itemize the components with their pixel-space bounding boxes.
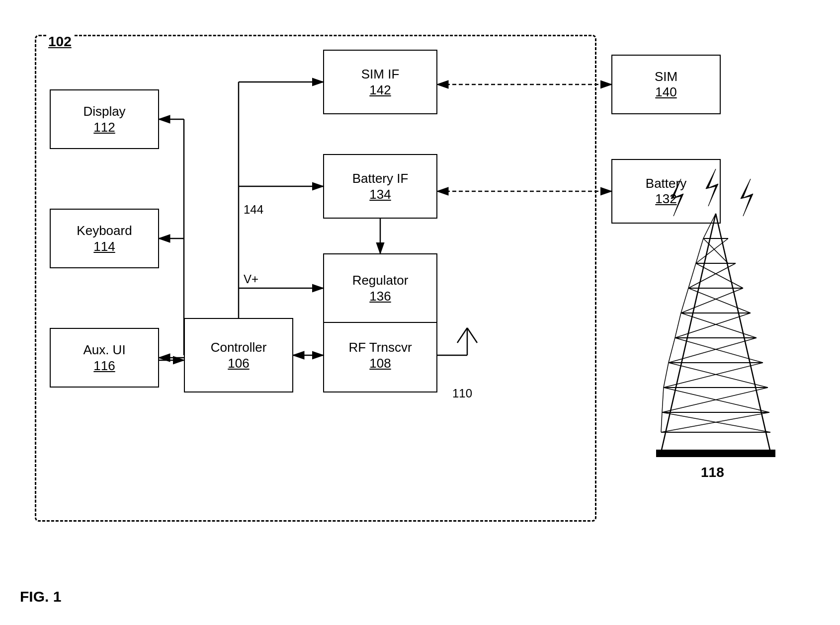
svg-line-47	[688, 288, 751, 313]
regulator-title: Regulator	[352, 272, 409, 289]
svg-line-37	[681, 288, 688, 313]
main-box-label: 102	[46, 34, 74, 50]
aux-ui-title: Aux. UI	[83, 342, 125, 359]
cell-tower: 118	[651, 159, 800, 507]
svg-line-38	[675, 313, 681, 338]
display-title: Display	[83, 103, 125, 120]
svg-line-34	[703, 214, 716, 238]
regulator-box: Regulator 136	[323, 253, 437, 323]
controller-box: Controller 106	[184, 318, 293, 392]
rf-trnscvr-num: 108	[369, 356, 391, 371]
svg-line-49	[681, 313, 756, 338]
svg-line-52	[669, 338, 756, 363]
sim-title: SIM	[655, 69, 677, 84]
rf-trnscvr-title: RF Trnscvr	[348, 339, 412, 356]
battery-if-title: Battery IF	[352, 170, 409, 187]
sim-if-title: SIM IF	[361, 66, 400, 83]
aux-ui-num: 116	[93, 358, 115, 374]
svg-line-42	[661, 412, 662, 432]
svg-text:118: 118	[701, 465, 724, 480]
svg-line-41	[662, 388, 664, 412]
display-box: Display 112	[50, 89, 159, 149]
svg-line-48	[681, 288, 743, 313]
svg-line-40	[664, 363, 669, 388]
svg-line-39	[669, 338, 675, 363]
aux-ui-box: Aux. UI 116	[50, 328, 159, 388]
sim-if-num: 142	[369, 82, 391, 98]
rf-trnscvr-box: RF Trnscvr 108	[323, 318, 437, 392]
svg-line-50	[675, 313, 751, 338]
controller-title: Controller	[211, 339, 267, 356]
sim-box: SIM 140	[611, 55, 721, 114]
svg-line-46	[688, 263, 736, 288]
keyboard-box: Keyboard 114	[50, 209, 159, 268]
sim-num: 140	[655, 84, 676, 100]
controller-num: 106	[228, 356, 249, 371]
keyboard-title: Keyboard	[77, 223, 132, 239]
svg-line-51	[675, 338, 763, 363]
battery-if-box: Battery IF 134	[323, 154, 437, 219]
keyboard-num: 114	[93, 239, 115, 254]
battery-if-num: 134	[369, 187, 391, 202]
svg-rect-59	[656, 450, 775, 457]
svg-line-35	[696, 238, 703, 263]
svg-line-45	[696, 263, 743, 288]
sim-if-box: SIM IF 142	[323, 50, 437, 114]
svg-marker-24	[661, 214, 770, 452]
regulator-num: 136	[369, 289, 391, 304]
fig-caption: FIG. 1	[20, 588, 61, 605]
display-num: 112	[93, 120, 115, 135]
svg-line-44	[696, 238, 728, 263]
